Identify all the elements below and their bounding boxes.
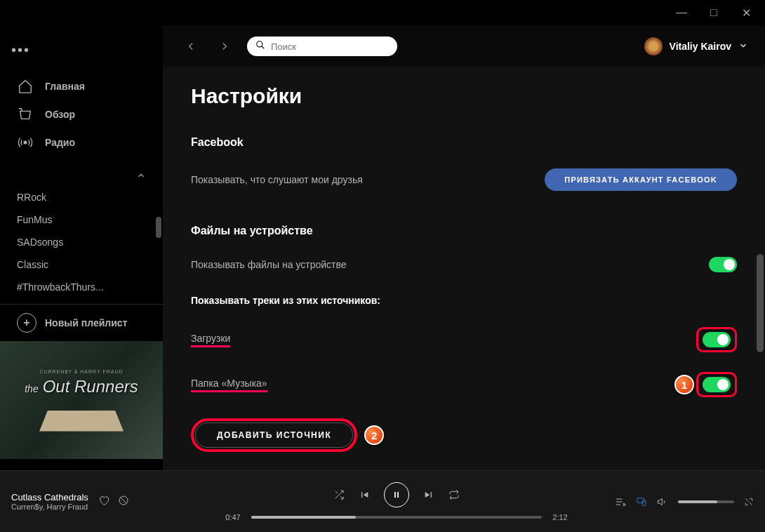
chevron-down-icon bbox=[738, 41, 748, 53]
facebook-section: Facebook Показывать, что слушают мои дру… bbox=[191, 136, 737, 197]
source-downloads-label: Загрузки bbox=[191, 333, 230, 347]
nav-home[interactable]: Главная bbox=[6, 72, 157, 100]
username: Vitaliy Kairov bbox=[670, 41, 731, 52]
browse-icon bbox=[17, 106, 34, 123]
nav-radio-label: Радио bbox=[45, 137, 75, 148]
radio-icon bbox=[17, 134, 34, 151]
close-button[interactable]: ✕ bbox=[730, 1, 762, 24]
avatar bbox=[644, 37, 663, 55]
svg-point-0 bbox=[24, 141, 27, 144]
album-boat-graphic bbox=[39, 411, 124, 432]
track-artist[interactable]: Curren$y, Harry Fraud bbox=[11, 503, 88, 511]
search-box[interactable] bbox=[247, 36, 397, 56]
playlist-item[interactable]: SADsongs bbox=[6, 231, 157, 253]
album-cover[interactable]: CURREN$Y & HARRY FRAUD the Out Runners bbox=[0, 341, 163, 459]
user-menu[interactable]: Vitaliy Kairov bbox=[644, 37, 748, 55]
local-files-heading: Файлы на устройстве bbox=[191, 225, 737, 237]
page-title: Настройки bbox=[191, 84, 737, 108]
new-playlist-label: Новый плейлист bbox=[45, 317, 127, 328]
svg-rect-4 bbox=[397, 491, 399, 497]
sidebar: ••• Главная Обзор Радио RRock FunMus SAD… bbox=[0, 25, 163, 470]
repeat-button[interactable] bbox=[448, 489, 460, 500]
player-bar: Cutlass Cathedrals Curren$y, Harry Fraud… bbox=[0, 470, 765, 532]
show-local-files-toggle[interactable] bbox=[709, 257, 737, 272]
playlist-item[interactable]: #ThrowbackThurs... bbox=[6, 276, 157, 298]
plus-icon: + bbox=[17, 313, 36, 333]
block-button[interactable] bbox=[118, 495, 129, 509]
playlist-item[interactable]: Classic bbox=[6, 253, 157, 276]
total-time: 2:12 bbox=[549, 513, 571, 521]
svg-rect-3 bbox=[394, 491, 396, 497]
window-titlebar: — □ ✕ bbox=[0, 0, 765, 25]
nav-forward-button[interactable] bbox=[213, 35, 236, 58]
like-button[interactable] bbox=[98, 495, 109, 509]
main-scrollbar[interactable] bbox=[757, 254, 764, 352]
playlist-item[interactable]: RRock bbox=[6, 186, 157, 208]
playlist-scrollbar[interactable] bbox=[156, 217, 161, 238]
menu-dots-button[interactable]: ••• bbox=[0, 36, 163, 64]
sources-heading: Показывать треки из этих источников: bbox=[191, 295, 737, 306]
nav-radio[interactable]: Радио bbox=[6, 128, 157, 157]
source-downloads-toggle[interactable] bbox=[703, 332, 731, 347]
playlist-item[interactable]: FunMus bbox=[6, 208, 157, 231]
settings-content: Настройки Facebook Показывать, что слуша… bbox=[163, 67, 765, 470]
fullscreen-button[interactable] bbox=[744, 497, 754, 507]
source-music-label: Папка «Музыка» bbox=[191, 378, 267, 392]
track-title[interactable]: Cutlass Cathedrals bbox=[11, 492, 88, 503]
connect-device-button[interactable] bbox=[636, 496, 647, 507]
local-files-section: Файлы на устройстве Показывать файлы на … bbox=[191, 225, 737, 452]
svg-point-1 bbox=[257, 41, 262, 47]
nav-home-label: Главная bbox=[45, 81, 85, 92]
nav-back-button[interactable] bbox=[180, 35, 202, 58]
volume-button[interactable] bbox=[657, 496, 668, 507]
search-icon bbox=[255, 40, 265, 53]
source-music-toggle[interactable] bbox=[703, 377, 731, 392]
queue-button[interactable] bbox=[615, 496, 626, 507]
new-playlist-button[interactable]: + Новый плейлист bbox=[0, 304, 163, 341]
callout-badge-1: 1 bbox=[674, 375, 694, 394]
volume-slider[interactable] bbox=[678, 500, 734, 503]
current-time: 0:47 bbox=[222, 513, 244, 521]
shuffle-button[interactable] bbox=[333, 489, 345, 500]
home-icon bbox=[17, 78, 34, 95]
add-source-button[interactable]: ДОБАВИТЬ ИСТОЧНИК bbox=[195, 423, 353, 448]
prev-button[interactable] bbox=[359, 489, 370, 500]
callout-badge-2: 2 bbox=[364, 425, 384, 445]
maximize-button[interactable]: □ bbox=[698, 1, 730, 24]
main-content: Vitaliy Kairov Настройки Facebook Показы… bbox=[163, 25, 765, 470]
facebook-link-button[interactable]: ПРИВЯЗАТЬ АККАУНТ FACEBOOK bbox=[545, 168, 737, 191]
show-local-files-label: Показывать файлы на устройстве bbox=[191, 259, 347, 270]
topbar: Vitaliy Kairov bbox=[163, 25, 765, 67]
chevron-up-icon[interactable] bbox=[136, 171, 146, 183]
nav-browse-label: Обзор bbox=[45, 109, 75, 120]
nav-browse[interactable]: Обзор bbox=[6, 100, 157, 128]
album-title: the Out Runners bbox=[25, 377, 138, 397]
facebook-desc: Показывать, что слушают мои друзья bbox=[191, 174, 363, 185]
next-button[interactable] bbox=[423, 489, 434, 500]
facebook-heading: Facebook bbox=[191, 136, 737, 149]
progress-bar[interactable] bbox=[251, 516, 542, 519]
album-credit: CURREN$Y & HARRY FRAUD bbox=[39, 369, 123, 374]
search-input[interactable] bbox=[271, 41, 389, 52]
play-pause-button[interactable] bbox=[384, 482, 409, 507]
minimize-button[interactable]: — bbox=[665, 1, 698, 24]
